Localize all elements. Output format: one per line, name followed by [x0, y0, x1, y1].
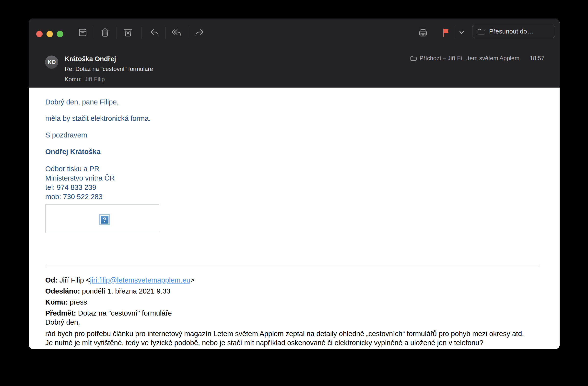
- forward-button[interactable]: [193, 26, 206, 39]
- window-chrome: Přesunout do… KO Krátoška Ondřej Re: Dot…: [29, 19, 560, 88]
- quoted-greeting: Dobrý den,: [45, 318, 80, 326]
- sender-name: Krátoška Ondřej: [65, 55, 116, 63]
- subject-label: Předmět:: [45, 309, 76, 317]
- toolbar-separator: [94, 27, 94, 39]
- quoted-to-label: Komu:: [45, 298, 68, 306]
- reply-all-icon: [171, 27, 182, 38]
- folder-icon: [410, 55, 417, 62]
- quoted-subject-row: Předmět:Dotaz na "cestovní" formuláře: [45, 308, 195, 319]
- sent-value: pondělí 1. března 2021 9:33: [82, 287, 170, 295]
- body-reply-line: měla by stačit elektronická forma.: [45, 115, 150, 123]
- reply-icon: [149, 27, 160, 38]
- sent-label: Odesláno:: [45, 287, 80, 295]
- toolbar-separator: [455, 27, 455, 39]
- sender-avatar: KO: [45, 56, 58, 69]
- message-subject: Re: Dotaz na "cestovní" formuláře: [65, 66, 153, 72]
- mail-message-window: Přesunout do… KO Krátoška Ondřej Re: Dot…: [29, 19, 560, 349]
- zoom-window-button[interactable]: [57, 31, 63, 37]
- quoted-to-value: press: [70, 298, 87, 306]
- signature-block: Odbor tisku a PR Ministerstvo vnitra ČR …: [45, 164, 115, 201]
- delete-button[interactable]: [99, 26, 111, 39]
- chevron-down-icon: [459, 29, 465, 36]
- from-label: Od:: [45, 276, 58, 284]
- signature-line: mob: 730 522 283: [45, 192, 115, 201]
- message-time: 18:57: [530, 55, 545, 62]
- from-angle-close: >: [190, 276, 195, 284]
- reply-all-button[interactable]: [170, 26, 183, 39]
- move-to-button[interactable]: Přesunout do…: [472, 25, 555, 38]
- quoted-message-divider: [45, 266, 539, 266]
- signature-line: tel: 974 833 239: [45, 183, 115, 192]
- move-to-label: Přesunout do…: [489, 28, 533, 35]
- to-value: Jiří Filip: [84, 76, 105, 82]
- flag-button[interactable]: [440, 26, 453, 39]
- archive-icon: [77, 27, 88, 38]
- missing-image-placeholder: ?: [45, 205, 159, 233]
- body-closing: S pozdravem: [45, 131, 87, 139]
- mailbox-name: Příchozí – Jiří Fi…tem světem Applem: [420, 55, 520, 62]
- close-window-button[interactable]: [36, 31, 42, 37]
- signature-line: Odbor tisku a PR: [45, 164, 115, 174]
- quoted-body-text: rád bych pro potřebu článku pro internet…: [45, 329, 533, 347]
- body-greeting: Dobrý den, pane Filipe,: [45, 98, 119, 106]
- traffic-lights: [36, 31, 63, 37]
- print-button[interactable]: [417, 26, 429, 39]
- reply-button[interactable]: [148, 26, 161, 39]
- forward-icon: [194, 27, 205, 38]
- toolbar-separator: [141, 27, 142, 39]
- minimize-window-button[interactable]: [46, 31, 53, 37]
- move-to-folder-icon: [477, 27, 485, 36]
- signature-name: Ondřej Krátoška: [45, 148, 101, 156]
- trash-icon: [99, 27, 111, 38]
- from-name: Jiří Filip <: [60, 276, 90, 284]
- mailbox-and-time: Příchozí – Jiří Fi…tem světem Applem 18:…: [410, 55, 545, 62]
- toolbar-separator: [166, 27, 166, 39]
- mailbox-badge: Příchozí – Jiří Fi…tem světem Applem: [410, 55, 520, 62]
- to-label: Komu:: [65, 76, 82, 82]
- message-body: Dobrý den, pane Filipe, měla by stačit e…: [29, 88, 560, 349]
- subject-value: Dotaz na "cestovní" formuláře: [78, 309, 172, 317]
- print-icon: [417, 27, 429, 38]
- archive-button[interactable]: [76, 26, 89, 39]
- signature-line: Ministerstvo vnitra ČR: [45, 174, 115, 183]
- quoted-header: Od:Jiří Filip <jiri.filip@letemsvetemapp…: [45, 275, 195, 319]
- from-email-link[interactable]: jiri.filip@letemsvetemapplem.eu: [90, 276, 190, 284]
- quoted-sent-row: Odesláno:pondělí 1. března 2021 9:33: [45, 286, 195, 297]
- recipient-row: Komu:Jiří Filip: [65, 76, 105, 83]
- missing-image-icon: ?: [99, 214, 110, 225]
- junk-button[interactable]: [122, 26, 134, 39]
- toolbar-separator: [188, 27, 188, 39]
- avatar-initials: KO: [48, 59, 56, 65]
- quoted-to-row: Komu:press: [45, 297, 195, 308]
- flag-options-button[interactable]: [457, 26, 467, 39]
- quoted-from-row: Od:Jiří Filip <jiri.filip@letemsvetemapp…: [45, 275, 195, 286]
- flag-icon: [441, 27, 452, 38]
- toolbar-separator: [117, 27, 117, 39]
- junk-icon: [122, 27, 134, 38]
